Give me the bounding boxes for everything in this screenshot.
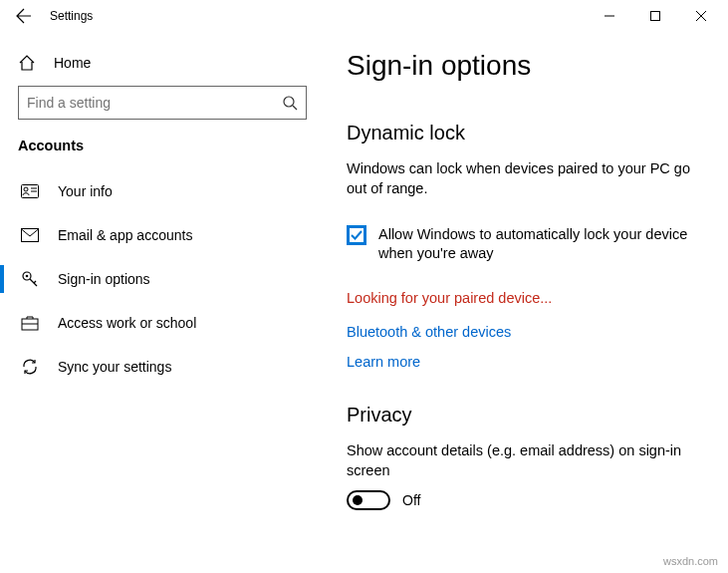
privacy-desc: Show account details (e.g. email address… [347,440,698,481]
checkmark-icon [351,229,363,241]
maximize-icon [650,11,660,21]
learn-more-link[interactable]: Learn more [347,354,698,370]
sidebar-item-label: Your info [58,183,113,199]
sidebar-item-label: Access work or school [58,315,196,331]
dynamic-lock-checkbox-row: Allow Windows to automatically lock your… [347,225,698,264]
close-button[interactable] [678,0,724,32]
arrow-left-icon [16,8,32,24]
dynamic-lock-checkbox-label: Allow Windows to automatically lock your… [378,225,698,264]
sidebar-item-work-school[interactable]: Access work or school [18,301,309,345]
sidebar-section: Accounts [18,138,309,153]
sidebar-item-sign-in[interactable]: Sign-in options [18,257,309,301]
privacy-toggle[interactable] [347,490,390,510]
svg-line-13 [30,279,37,286]
person-card-icon [20,184,40,198]
svg-point-12 [26,275,29,278]
mail-icon [20,228,40,242]
dynamic-lock-desc: Windows can lock when devices paired to … [347,158,698,199]
window-controls [587,0,724,32]
search-input[interactable] [27,95,282,111]
sidebar-item-label: Sign-in options [58,271,150,287]
sidebar-item-label: Email & app accounts [58,227,192,243]
bluetooth-link[interactable]: Bluetooth & other devices [347,324,698,340]
sidebar-item-your-info[interactable]: Your info [18,169,309,213]
minimize-icon [605,11,614,21]
sidebar-item-sync[interactable]: Sync your settings [18,345,309,389]
main-content: Sign-in options Dynamic lock Windows can… [319,32,728,573]
sync-icon [20,358,40,376]
svg-rect-10 [22,229,39,242]
svg-line-14 [34,281,36,283]
svg-rect-1 [651,12,660,21]
svg-point-4 [284,97,294,107]
dynamic-lock-heading: Dynamic lock [347,122,698,144]
svg-point-7 [24,187,28,191]
back-button[interactable] [4,0,44,32]
home-label: Home [54,55,91,71]
maximize-button[interactable] [632,0,678,32]
svg-line-5 [293,106,297,110]
page-title: Sign-in options [347,50,698,82]
toggle-state-label: Off [402,492,420,508]
search-box[interactable] [18,86,307,120]
home-nav[interactable]: Home [18,46,309,86]
dynamic-lock-checkbox[interactable] [347,225,366,245]
sidebar-item-email[interactable]: Email & app accounts [18,213,309,257]
key-icon [20,270,40,288]
sidebar: Home Accounts Your info Email & app acco… [0,32,319,573]
briefcase-icon [20,315,40,331]
sidebar-item-label: Sync your settings [58,359,171,375]
close-icon [696,11,706,21]
titlebar: Settings [0,0,728,32]
privacy-heading: Privacy [347,404,698,427]
search-icon [282,95,298,111]
pairing-status: Looking for your paired device... [347,290,698,306]
toggle-knob [353,495,363,505]
home-icon [18,54,38,72]
window-title: Settings [50,9,93,23]
minimize-button[interactable] [587,0,632,32]
watermark: wsxdn.com [663,555,718,567]
